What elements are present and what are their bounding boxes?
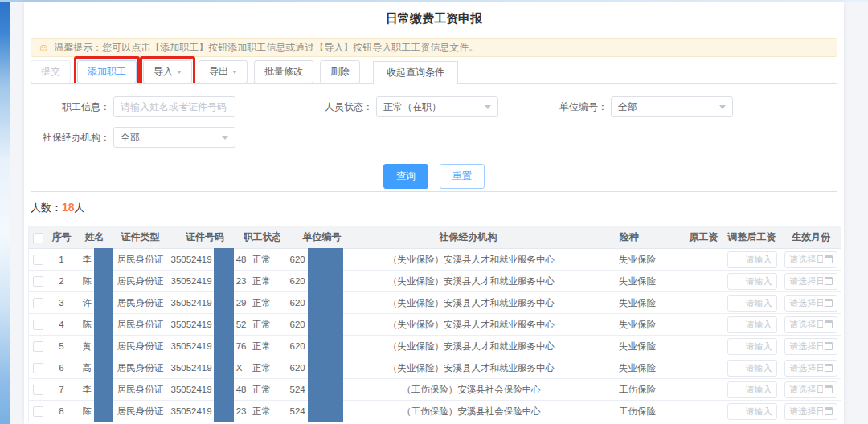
count-value: 18 xyxy=(62,201,75,214)
calendar-icon xyxy=(825,255,833,263)
redaction-bar xyxy=(214,400,234,422)
delete-button[interactable]: 删除 xyxy=(320,60,360,84)
redaction-bar xyxy=(94,378,113,401)
adjusted-wage-input[interactable]: 请输入 xyxy=(727,360,777,377)
cell-id-type: 居民身份证 xyxy=(114,357,167,379)
column-header: 社保经办机构 xyxy=(364,226,573,249)
submit-button[interactable]: 提交 xyxy=(31,60,71,84)
redaction-bar xyxy=(94,400,113,422)
adjusted-wage-input[interactable]: 请输入 xyxy=(727,295,777,312)
cell-sequence: 7 xyxy=(48,379,76,401)
effective-month-input[interactable]: 请选择日期 xyxy=(784,403,837,420)
unit-number-select[interactable]: 全部 xyxy=(611,96,733,117)
cell-name: 陈 xyxy=(76,314,114,336)
smiley-icon: ☺ xyxy=(38,42,49,53)
adjusted-wage-input[interactable]: 请输入 xyxy=(727,273,777,290)
agency-label: 社保经办机构： xyxy=(31,131,110,145)
effective-month-input[interactable]: 请选择日期 xyxy=(784,295,837,312)
search-button[interactable]: 查询 xyxy=(383,164,428,189)
row-checkbox[interactable] xyxy=(33,341,43,352)
cell-insurance-type: 失业保险 xyxy=(573,292,686,314)
cell-status: 正常 xyxy=(244,292,280,314)
chevron-down-icon xyxy=(222,136,228,140)
effective-month-input[interactable]: 请选择日期 xyxy=(784,381,837,398)
row-checkbox[interactable] xyxy=(33,255,43,265)
reset-button[interactable]: 重置 xyxy=(440,164,485,189)
collapse-query-tab[interactable]: 收起查询条件 xyxy=(373,61,458,84)
row-checkbox[interactable] xyxy=(33,276,43,287)
person-status-label: 人员状态： xyxy=(297,100,373,114)
redaction-bar xyxy=(214,248,234,271)
cell-id-type: 居民身份证 xyxy=(114,379,167,401)
calendar-icon xyxy=(825,277,833,285)
table-row: 6 高 居民身份证 35052419X 正常 620 （失业保险）安溪县人才和就… xyxy=(29,357,841,379)
row-checkbox[interactable] xyxy=(33,363,43,373)
adjusted-wage-input[interactable]: 请输入 xyxy=(727,316,777,333)
select-all-checkbox[interactable] xyxy=(33,233,43,243)
redaction-bar xyxy=(94,270,113,292)
effective-month-input[interactable]: 请选择日期 xyxy=(784,273,837,290)
unit-number-label: 单位编号： xyxy=(531,100,608,114)
column-header: 生效月份 xyxy=(782,226,841,249)
cell-name: 许 xyxy=(76,292,114,314)
batch-edit-button[interactable]: 批量修改 xyxy=(254,60,313,84)
redaction-bar xyxy=(308,400,343,422)
agency-select[interactable]: 全部 xyxy=(113,127,235,148)
chevron-down-icon xyxy=(232,71,237,74)
cell-unit-number: 620 xyxy=(280,271,364,292)
cell-original-wage xyxy=(686,314,723,336)
cell-agency: （失业保险）安溪县人才和就业服务中心 xyxy=(364,357,573,379)
export-button[interactable]: 导出 xyxy=(199,60,248,84)
cell-status: 正常 xyxy=(244,249,280,271)
cell-unit-number: 524 xyxy=(280,379,364,401)
effective-month-input[interactable]: 请选择日期 xyxy=(784,360,837,377)
cell-original-wage xyxy=(686,249,723,271)
adjusted-wage-input[interactable]: 请输入 xyxy=(727,381,777,398)
query-panel: 职工信息： 人员状态： 正常（在职） 单位编号： 全部 社保经办机构： 全部 xyxy=(31,83,837,192)
cell-name: 高 xyxy=(76,357,114,379)
cell-id-type: 居民身份证 xyxy=(114,249,167,271)
cell-insurance-type: 失业保险 xyxy=(573,249,686,271)
add-employee-button[interactable]: 添加职工 xyxy=(77,60,137,84)
employee-info-input[interactable] xyxy=(113,96,235,117)
import-button[interactable]: 导入 xyxy=(143,60,192,84)
toolbar: 提交 添加职工 导入 导出 批量修改 删除 收起查询条件 xyxy=(31,61,837,83)
cell-id-number: 3505241948 xyxy=(167,249,244,271)
row-checkbox[interactable] xyxy=(33,406,43,417)
cell-unit-number: 620 xyxy=(280,292,364,314)
table-header-row: 序号姓名证件类型证件号码职工状态单位编号社保经办机构险种原工资调整后工资生效月份 xyxy=(29,226,841,249)
effective-month-input[interactable]: 请选择日期 xyxy=(784,251,837,268)
adjusted-wage-input[interactable]: 请输入 xyxy=(727,251,777,268)
calendar-icon xyxy=(825,320,833,328)
cell-name: 黄 xyxy=(76,336,114,357)
calendar-icon xyxy=(825,407,833,415)
cell-agency: （工伤保险）安溪县社会保险中心 xyxy=(364,401,573,422)
cell-id-number: 35052419X xyxy=(167,357,244,379)
cell-sequence: 2 xyxy=(48,271,76,292)
redaction-bar xyxy=(308,248,343,271)
row-checkbox[interactable] xyxy=(33,385,43,395)
cell-insurance-type: 失业保险 xyxy=(573,336,686,357)
effective-month-input[interactable]: 请选择日期 xyxy=(784,338,837,355)
redaction-bar xyxy=(94,248,113,271)
cell-agency: （失业保险）安溪县人才和就业服务中心 xyxy=(364,336,573,357)
effective-month-input[interactable]: 请选择日期 xyxy=(784,316,837,333)
calendar-icon xyxy=(825,385,833,393)
redaction-bar xyxy=(308,270,343,292)
cell-id-type: 居民身份证 xyxy=(114,292,167,314)
redaction-bar xyxy=(308,292,343,314)
cell-sequence: 3 xyxy=(48,292,76,314)
adjusted-wage-input[interactable]: 请输入 xyxy=(727,338,777,355)
chevron-down-icon xyxy=(719,105,726,109)
cell-unit-number: 620 xyxy=(280,249,364,271)
person-status-select[interactable]: 正常（在职） xyxy=(376,96,498,117)
table-body: 1 李 居民身份证 3505241948 正常 620 （失业保险）安溪县人才和… xyxy=(29,249,841,422)
cell-original-wage xyxy=(686,271,723,292)
column-header: 序号 xyxy=(48,226,76,249)
row-checkbox[interactable] xyxy=(33,320,43,330)
redaction-bar xyxy=(214,313,234,336)
row-checkbox[interactable] xyxy=(33,298,43,308)
cell-id-number: 3505241923 xyxy=(167,401,244,422)
redaction-bar xyxy=(94,335,113,357)
adjusted-wage-input[interactable]: 请输入 xyxy=(727,403,777,420)
